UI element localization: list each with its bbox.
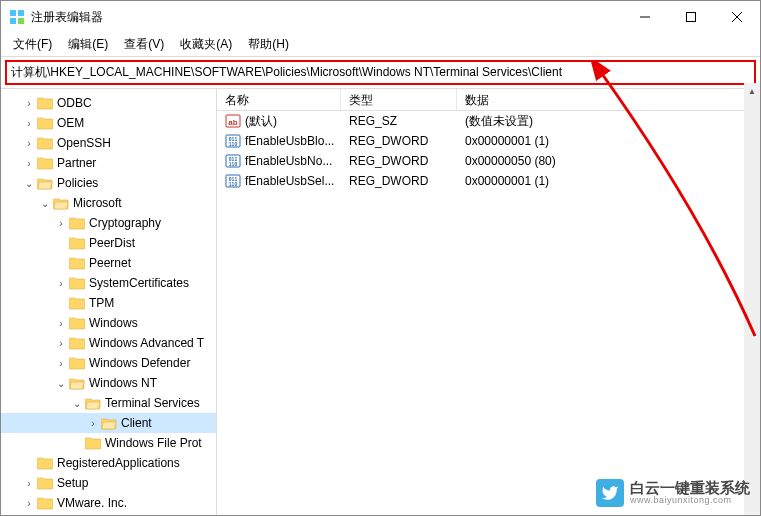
close-button[interactable]: [714, 1, 760, 33]
tree-item-label: OEM: [57, 116, 84, 130]
menu-help[interactable]: 帮助(H): [240, 34, 297, 55]
tree-item-label: Policies: [57, 176, 98, 190]
tree-item-label: Windows: [89, 316, 138, 330]
chevron-right-icon[interactable]: ›: [53, 338, 69, 349]
chevron-right-icon[interactable]: ›: [53, 318, 69, 329]
column-name[interactable]: 名称: [217, 89, 341, 110]
chevron-right-icon[interactable]: ›: [53, 278, 69, 289]
folder-icon: [53, 196, 69, 210]
svg-rect-1: [18, 10, 24, 16]
titlebar[interactable]: 注册表编辑器: [1, 1, 760, 33]
dword-value-icon: 011110: [225, 133, 241, 149]
tree-item[interactable]: ›SystemCertificates: [1, 273, 216, 293]
cell-name: ab(默认): [217, 113, 341, 130]
cell-data: 0x00000001 (1): [457, 174, 760, 188]
tree-item-label: Setup: [57, 476, 88, 490]
tree-item[interactable]: Windows File Prot: [1, 433, 216, 453]
cell-type: REG_DWORD: [341, 174, 457, 188]
tree-item[interactable]: ›Setup: [1, 473, 216, 493]
chevron-right-icon[interactable]: ›: [21, 138, 37, 149]
tree-item[interactable]: ›Partner: [1, 153, 216, 173]
list-body: ab(默认)REG_SZ(数值未设置)011110fEnableUsbBlo..…: [217, 111, 760, 515]
folder-icon: [37, 496, 53, 510]
content-area: ›ODBC›OEM›OpenSSH›Partner⌄Policies⌄Micro…: [1, 88, 760, 515]
chevron-right-icon[interactable]: ›: [85, 418, 101, 429]
menu-file[interactable]: 文件(F): [5, 34, 60, 55]
chevron-right-icon[interactable]: ›: [21, 118, 37, 129]
chevron-right-icon[interactable]: ›: [53, 218, 69, 229]
value-name: fEnableUsbSel...: [245, 174, 334, 188]
menu-edit[interactable]: 编辑(E): [60, 34, 116, 55]
tree-item[interactable]: Peernet: [1, 253, 216, 273]
scroll-up-icon[interactable]: ▲: [744, 83, 760, 99]
tree-item[interactable]: ›ODBC: [1, 93, 216, 113]
tree-item[interactable]: ⌄Microsoft: [1, 193, 216, 213]
tree-item-label: Client: [121, 416, 152, 430]
menu-favorites[interactable]: 收藏夹(A): [172, 34, 240, 55]
tree-item[interactable]: ›OEM: [1, 113, 216, 133]
folder-icon: [69, 316, 85, 330]
chevron-right-icon[interactable]: ›: [21, 158, 37, 169]
tree-item-label: Partner: [57, 156, 96, 170]
folder-icon: [37, 176, 53, 190]
chevron-down-icon[interactable]: ⌄: [53, 378, 69, 389]
chevron-right-icon[interactable]: ›: [21, 498, 37, 509]
tree-item[interactable]: TPM: [1, 293, 216, 313]
cell-type: REG_SZ: [341, 114, 457, 128]
svg-text:110: 110: [229, 141, 238, 147]
cell-type: REG_DWORD: [341, 154, 457, 168]
tree-item[interactable]: RegisteredApplications: [1, 453, 216, 473]
chevron-down-icon[interactable]: ⌄: [69, 398, 85, 409]
tree-item[interactable]: ⌄Policies: [1, 173, 216, 193]
address-bar[interactable]: 计算机\HKEY_LOCAL_MACHINE\SOFTWARE\Policies…: [5, 60, 756, 85]
svg-text:110: 110: [229, 161, 238, 167]
tree-item[interactable]: ›Windows Advanced T: [1, 333, 216, 353]
column-data[interactable]: 数据: [457, 89, 760, 110]
window-title: 注册表编辑器: [31, 9, 622, 26]
folder-icon: [69, 216, 85, 230]
list-panel[interactable]: 名称 类型 数据 ab(默认)REG_SZ(数值未设置)011110fEnabl…: [217, 89, 760, 515]
chevron-right-icon[interactable]: ›: [21, 98, 37, 109]
chevron-down-icon[interactable]: ⌄: [37, 198, 53, 209]
tree-item[interactable]: PeerDist: [1, 233, 216, 253]
minimize-button[interactable]: [622, 1, 668, 33]
svg-text:110: 110: [229, 181, 238, 187]
cell-data: (数值未设置): [457, 113, 760, 130]
vertical-scrollbar[interactable]: ▲: [744, 83, 760, 515]
cell-type: REG_DWORD: [341, 134, 457, 148]
tree-item-label: Windows Defender: [89, 356, 190, 370]
list-row[interactable]: 011110fEnableUsbBlo...REG_DWORD0x0000000…: [217, 131, 760, 151]
tree-item-label: PeerDist: [89, 236, 135, 250]
tree-item[interactable]: ›Client: [1, 413, 216, 433]
tree-panel[interactable]: ›ODBC›OEM›OpenSSH›Partner⌄Policies⌄Micro…: [1, 89, 217, 515]
registry-editor-window: 注册表编辑器 文件(F) 编辑(E) 查看(V) 收藏夹(A) 帮助(H) 计算…: [0, 0, 761, 516]
folder-icon: [37, 156, 53, 170]
tree-item-label: OpenSSH: [57, 136, 111, 150]
menu-view[interactable]: 查看(V): [116, 34, 172, 55]
chevron-right-icon[interactable]: ›: [21, 478, 37, 489]
tree-item[interactable]: ⌄Windows NT: [1, 373, 216, 393]
tree-item-label: Cryptography: [89, 216, 161, 230]
svg-text:ab: ab: [228, 118, 237, 127]
svg-rect-2: [10, 18, 16, 24]
tree-item[interactable]: ›Windows Defender: [1, 353, 216, 373]
tree-item[interactable]: ›Windows: [1, 313, 216, 333]
folder-icon: [69, 336, 85, 350]
tree-item[interactable]: ›Cryptography: [1, 213, 216, 233]
chevron-right-icon[interactable]: ›: [53, 358, 69, 369]
maximize-button[interactable]: [668, 1, 714, 33]
list-row[interactable]: 011110fEnableUsbNo...REG_DWORD0x00000050…: [217, 151, 760, 171]
dword-value-icon: 011110: [225, 153, 241, 169]
chevron-down-icon[interactable]: ⌄: [21, 178, 37, 189]
tree-item-label: Windows File Prot: [105, 436, 202, 450]
tree-item[interactable]: ›VMware. Inc.: [1, 493, 216, 513]
tree-item[interactable]: ⌄Terminal Services: [1, 393, 216, 413]
value-name: (默认): [245, 113, 277, 130]
tree-item[interactable]: ›OpenSSH: [1, 133, 216, 153]
app-icon: [9, 9, 25, 25]
tree-item-label: Windows NT: [89, 376, 157, 390]
list-row[interactable]: ab(默认)REG_SZ(数值未设置): [217, 111, 760, 131]
column-type[interactable]: 类型: [341, 89, 457, 110]
value-name: fEnableUsbBlo...: [245, 134, 334, 148]
list-row[interactable]: 011110fEnableUsbSel...REG_DWORD0x0000000…: [217, 171, 760, 191]
